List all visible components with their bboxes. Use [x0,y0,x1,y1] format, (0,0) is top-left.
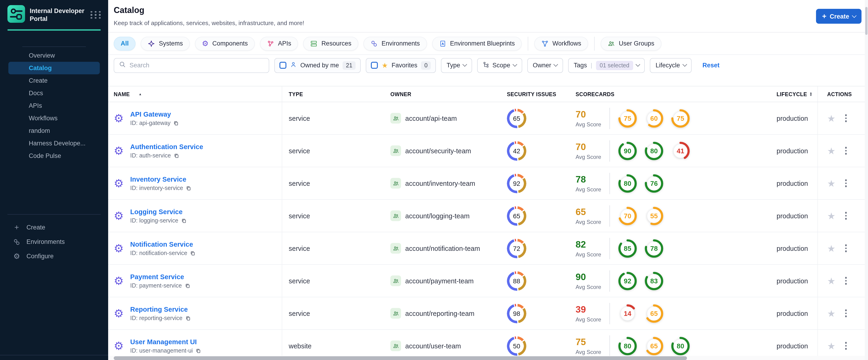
sidebar-item-catalog[interactable]: Catalog [8,62,100,74]
tab-apis[interactable]: APIs [260,36,298,51]
favorite-star-icon[interactable]: ★ [827,179,836,188]
copy-icon[interactable] [181,218,187,223]
row-menu-icon[interactable] [843,340,849,352]
sidebar-item-workflows[interactable]: Workflows [8,112,100,124]
tab-systems[interactable]: Systems [141,36,190,51]
favorite-star-icon[interactable]: ★ [827,146,836,155]
owner-name[interactable]: account/inventory-team [405,180,475,187]
table-header: NAME▲ TYPE OWNER SECURITY ISSUES SCORECA… [108,86,868,102]
row-menu-icon[interactable] [843,112,849,124]
favorites-filter[interactable]: ★ Favorites 0 [366,58,436,73]
row-menu-icon[interactable] [843,307,849,319]
entity-name-link[interactable]: API Gateway [130,110,179,118]
favorite-star-icon[interactable]: ★ [827,276,836,286]
favorite-star-icon[interactable]: ★ [827,114,836,123]
horizontal-scrollbar-thumb[interactable] [114,356,687,360]
owner-name[interactable]: account/notification-team [405,245,480,252]
row-menu-icon[interactable] [843,177,849,189]
copy-icon[interactable] [185,283,190,288]
copy-icon[interactable] [185,315,191,321]
sidebar-item-random[interactable]: random [8,124,100,137]
owner-name[interactable]: account/payment-team [405,277,474,284]
favorite-star-icon[interactable]: ★ [827,211,836,220]
entity-name-link[interactable]: Notification Service [130,240,196,248]
sidebar-item-create[interactable]: +Create [0,220,108,235]
copy-icon[interactable] [174,120,179,126]
reset-filters-link[interactable]: Reset [703,62,720,69]
entity-name-link[interactable]: User Management UI [130,338,201,346]
favorite-star-icon[interactable]: ★ [827,244,836,253]
create-button[interactable]: + Create [816,9,862,24]
checkbox-icon[interactable] [279,62,286,69]
row-menu-icon[interactable] [843,210,849,221]
entity-name-link[interactable]: Inventory Service [130,175,191,183]
lifecycle-value: production [777,245,808,252]
horizontal-scrollbar-track[interactable] [108,356,865,360]
row-menu-icon[interactable] [843,275,849,287]
tab-environments[interactable]: Environments [364,36,427,51]
security-issues-donut: 88 [507,271,526,291]
tab-all[interactable]: All [114,36,136,51]
security-issues-donut: 98 [507,304,526,323]
copy-icon[interactable] [174,153,179,158]
sidebar-item-create[interactable]: Create [8,74,100,87]
owner-name[interactable]: account/logging-team [405,212,469,219]
nav-divider [22,47,86,47]
owned-count-badge: 21 [343,61,356,69]
avg-score-value: 75 [576,336,610,347]
owner-name[interactable]: account/api-team [405,115,457,122]
entity-name-link[interactable]: Authentication Service [130,143,203,150]
tags-dropdown[interactable]: Tags | 01 selected [568,58,645,73]
lifecycle-value: production [777,309,808,317]
tab-user-groups[interactable]: User Groups [601,36,661,51]
hexagons-icon [13,238,21,245]
favorite-star-icon[interactable]: ★ [827,309,836,318]
owned-by-me-filter[interactable]: Owned by me 21 [274,58,361,73]
lifecycle-dropdown[interactable]: Lifecycle [650,58,692,73]
search-input[interactable] [129,62,264,69]
checkbox-icon[interactable] [371,62,378,69]
tab-resources[interactable]: Resources [303,36,358,51]
column-type: TYPE [282,86,388,102]
vertical-scrollbar-track[interactable] [865,0,868,360]
entity-name-link[interactable]: Payment Service [130,273,190,280]
favorite-star-icon[interactable]: ★ [827,341,836,351]
column-name[interactable]: NAME▲ [108,86,282,102]
svg-text:80: 80 [650,147,658,154]
sidebar-item-harness-develope[interactable]: Harness Develope... [8,137,100,150]
owner-name[interactable]: account/reporting-team [405,309,474,317]
owner-group-icon [391,340,401,351]
owner-dropdown[interactable]: Owner [527,58,563,73]
scorecard-ring: 70 [617,206,638,226]
vertical-scrollbar-thumb[interactable] [865,7,868,35]
tab-environment-blueprints[interactable]: Environment Blueprints [432,36,522,51]
entity-id: ID: inventory-service [130,185,183,191]
sidebar-item-help[interactable]: Help [0,355,108,360]
sidebar-item-configure[interactable]: ⚙Configure [0,249,108,263]
lifecycle-value: production [777,212,808,219]
sidebar-item-overview[interactable]: Overview [8,49,100,62]
column-lifecycle[interactable]: LIFECYCLE ▲▼ [771,86,817,102]
sidebar-item-environments[interactable]: Environments [0,235,108,249]
entity-name-link[interactable]: Logging Service [130,208,187,215]
copy-icon[interactable] [196,348,201,353]
apps-grid-icon[interactable] [91,11,102,19]
owner-name[interactable]: account/user-team [405,342,461,350]
owner-group-icon [391,210,401,221]
row-menu-icon[interactable] [843,145,849,156]
row-menu-icon[interactable] [843,242,849,254]
owner-name[interactable]: account/security-team [405,147,471,154]
sidebar-item-apis[interactable]: APIs [8,99,100,112]
type-dropdown[interactable]: Type [441,58,472,73]
entity-name-link[interactable]: Reporting Service [130,305,191,313]
avg-score-value: 70 [576,109,610,120]
tab-workflows[interactable]: Workflows [534,36,588,51]
sidebar-item-code-pulse[interactable]: Code Pulse [8,150,100,162]
scope-dropdown[interactable]: Scope [477,58,522,73]
tab-components[interactable]: ⚙Components [195,36,255,51]
copy-icon[interactable] [190,250,196,256]
copy-icon[interactable] [186,185,191,191]
scorecard-ring: 80 [617,173,638,193]
scorecards-divider [610,335,610,357]
sidebar-item-docs[interactable]: Docs [8,87,100,99]
